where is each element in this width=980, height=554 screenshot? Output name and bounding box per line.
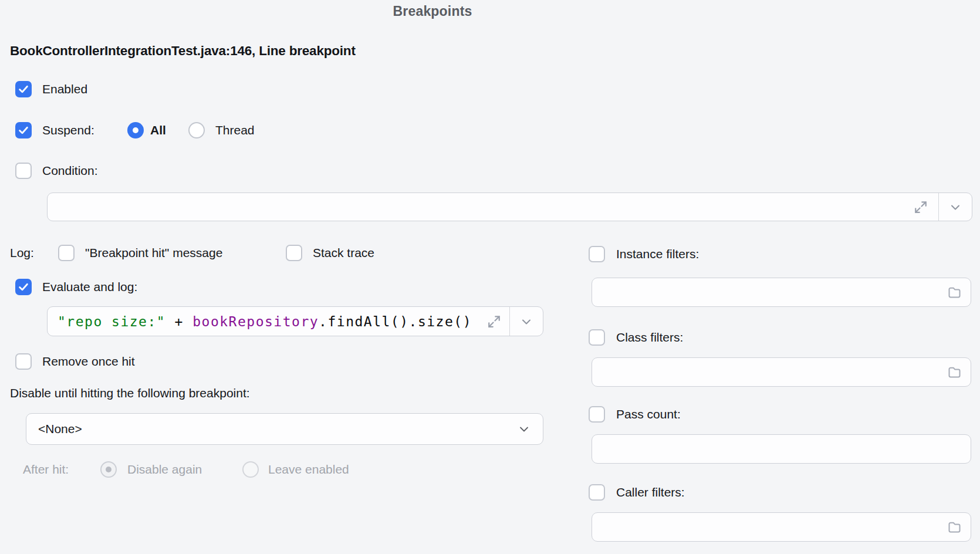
leave-enabled-radio bbox=[242, 461, 259, 478]
condition-label: Condition: bbox=[42, 163, 98, 179]
condition-value bbox=[48, 193, 58, 221]
stack-trace-label: Stack trace bbox=[313, 245, 374, 261]
folder-icon[interactable] bbox=[947, 285, 962, 300]
pass-count-checkbox[interactable] bbox=[589, 406, 605, 423]
condition-input[interactable] bbox=[47, 192, 972, 221]
disable-until-select[interactable]: <None> bbox=[26, 413, 543, 445]
stack-trace-checkbox[interactable] bbox=[286, 245, 302, 261]
suspend-all-label: All bbox=[150, 122, 166, 138]
instance-filters-label: Instance filters: bbox=[616, 246, 699, 262]
instance-filters-checkbox[interactable] bbox=[589, 246, 605, 262]
condition-history-button[interactable] bbox=[939, 193, 972, 221]
class-filters-checkbox[interactable] bbox=[589, 329, 605, 346]
leave-enabled-label: Leave enabled bbox=[268, 461, 349, 478]
breakpoint-hit-message-checkbox[interactable] bbox=[58, 245, 75, 261]
instance-filters-input[interactable] bbox=[592, 278, 971, 307]
breakpoint-hit-message-label: "Breakpoint hit" message bbox=[85, 245, 222, 261]
evaluate-and-log-checkbox[interactable] bbox=[15, 279, 32, 295]
code-field-token: bookRepository bbox=[192, 314, 319, 329]
suspend-thread-radio[interactable] bbox=[188, 122, 205, 138]
disable-again-radio bbox=[100, 461, 117, 478]
code-plain-token: .findAll().size() bbox=[319, 314, 472, 329]
breakpoint-title: BookControllerIntegrationTest.java:146, … bbox=[10, 43, 356, 59]
expand-icon[interactable] bbox=[912, 198, 930, 216]
caller-filters-input[interactable] bbox=[592, 512, 971, 542]
enabled-checkbox[interactable] bbox=[15, 81, 32, 97]
remove-once-hit-checkbox[interactable] bbox=[15, 353, 32, 370]
caller-filters-label: Caller filters: bbox=[616, 484, 685, 501]
suspend-label: Suspend: bbox=[42, 122, 94, 138]
folder-icon[interactable] bbox=[947, 519, 962, 535]
evaluate-expression-input[interactable]: "repo size:" + bookRepository.findAll().… bbox=[47, 306, 543, 336]
class-filters-input[interactable] bbox=[592, 357, 971, 387]
evaluate-and-log-label: Evaluate and log: bbox=[42, 279, 137, 295]
chevron-down-icon bbox=[948, 200, 962, 214]
checkmark-icon bbox=[17, 83, 30, 96]
chevron-down-icon bbox=[517, 422, 531, 436]
evaluate-expression-value: "repo size:" + bookRepository.findAll().… bbox=[48, 307, 472, 336]
remove-once-hit-label: Remove once hit bbox=[42, 353, 135, 370]
disable-until-label: Disable until hitting the following brea… bbox=[10, 385, 250, 401]
log-label: Log: bbox=[10, 245, 34, 261]
code-plain-token: + bbox=[165, 314, 192, 329]
folder-icon[interactable] bbox=[947, 364, 962, 380]
checkmark-icon bbox=[17, 124, 30, 137]
code-string-token: "repo size:" bbox=[58, 314, 165, 329]
breakpoints-dialog: Breakpoints BookControllerIntegrationTes… bbox=[0, 0, 980, 554]
pass-count-label: Pass count: bbox=[616, 406, 681, 423]
dialog-title: Breakpoints bbox=[0, 4, 865, 19]
checkmark-icon bbox=[17, 281, 30, 293]
condition-checkbox[interactable] bbox=[15, 163, 32, 179]
caller-filters-checkbox[interactable] bbox=[589, 484, 605, 501]
enabled-label: Enabled bbox=[42, 81, 87, 97]
class-filters-label: Class filters: bbox=[616, 329, 683, 346]
suspend-checkbox[interactable] bbox=[15, 122, 32, 138]
disable-again-label: Disable again bbox=[127, 461, 202, 478]
suspend-all-radio[interactable] bbox=[127, 122, 144, 138]
evaluate-history-button[interactable] bbox=[510, 307, 543, 336]
expand-icon[interactable] bbox=[485, 313, 503, 330]
disable-until-value: <None> bbox=[38, 414, 82, 444]
pass-count-input[interactable] bbox=[592, 434, 971, 464]
chevron-down-icon bbox=[519, 315, 533, 329]
suspend-thread-label: Thread bbox=[215, 122, 255, 138]
after-hit-label: After hit: bbox=[23, 461, 69, 478]
